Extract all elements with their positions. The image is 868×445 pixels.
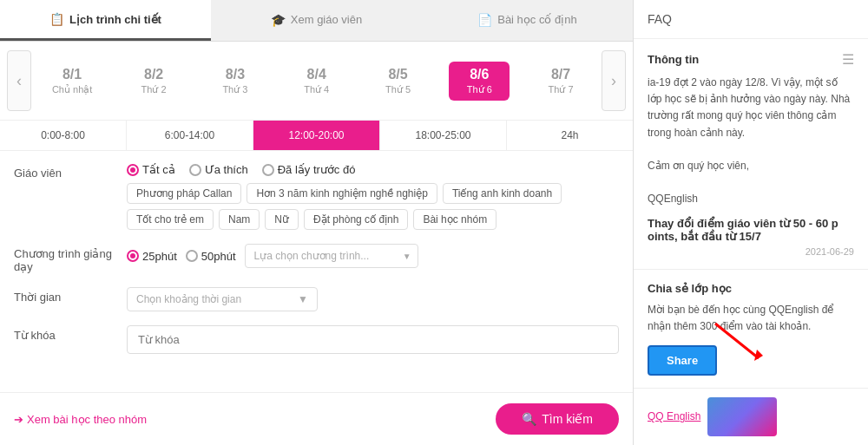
tab-schedule[interactable]: 📋 Lịch trình chi tiết (0, 0, 211, 41)
program-select-wrapper: Lựa chọn chương trình... ▼ (245, 244, 418, 268)
date-item-3[interactable]: 8/4 Thứ 4 (286, 62, 347, 101)
search-button[interactable]: 🔍 Tìm kiếm (496, 403, 619, 435)
share-section: Chia sẻ lớp học Mời bạn bè đến học cùng … (634, 270, 868, 388)
notice-title: Thay đổi điểm giáo viên từ 50 - 60 p oin… (648, 217, 854, 243)
tag-1[interactable]: Hơn 3 năm kinh nghiệm nghề nghiệp (247, 183, 437, 204)
left-panel: 📋 Lịch trình chi tiết 🎓 Xem giáo viên 📄 … (0, 0, 634, 445)
view-group-link[interactable]: ➔ Xem bài học theo nhóm (14, 413, 147, 426)
qqenglish-section: QQ English (634, 388, 868, 445)
radio-50[interactable]: 50phút (186, 250, 236, 263)
date-item-1[interactable]: 8/2 Thứ 2 (123, 62, 184, 101)
tab-teacher[interactable]: 🎓 Xem giáo viên (211, 0, 422, 41)
keyword-filter-content (127, 325, 619, 354)
teacher-filter-content: Tất cả Ưa thích Đã lấy trước đó Phương p… (127, 163, 619, 230)
red-arrow-icon (707, 319, 776, 363)
radio-dot-all (127, 164, 139, 176)
time-filter-content: Chọn khoảng thời gian ▼ (127, 287, 619, 311)
teacher-tags: Phương pháp Callan Hơn 3 năm kinh nghiệm… (127, 183, 619, 230)
tag-3[interactable]: Tốt cho trẻ em (127, 209, 214, 230)
prev-arrow[interactable]: ‹ (7, 50, 31, 111)
radio-previous[interactable]: Đã lấy trước đó (262, 163, 356, 176)
schedule-icon: 📋 (49, 12, 64, 26)
bottom-bar: ➔ Xem bài học theo nhóm 🔍 Tìm kiếm (0, 392, 633, 445)
date-navigation: ‹ 8/1 Chủ nhật 8/2 Thứ 2 8/3 Thứ 3 8/4 T… (0, 42, 633, 121)
date-item-0[interactable]: 8/1 Chủ nhật (42, 62, 102, 101)
menu-icon[interactable]: ☰ (842, 51, 854, 68)
time-slots: 0:00-8:00 6:00-14:00 12:00-20:00 18:00-2… (0, 121, 633, 151)
teacher-filter-row: Giáo viên Tất cả Ưa thích Đã (14, 163, 619, 230)
date-item-5[interactable]: 8/6 Thứ 6 (449, 62, 510, 101)
radio-dot-50 (186, 250, 198, 262)
tab-fixed[interactable]: 📄 Bài học cố định (422, 0, 633, 41)
time-slot-1[interactable]: 6:00-14:00 (127, 121, 253, 150)
radio-dot-25 (127, 250, 139, 262)
program-row: 25phút 50phút Lựa chọn chương trình... ▼ (127, 244, 619, 268)
keyword-input[interactable] (127, 325, 619, 354)
search-icon: 🔍 (522, 412, 536, 426)
program-select[interactable]: Lựa chọn chương trình... (245, 244, 418, 268)
teacher-icon: 🎓 (271, 13, 286, 27)
arrow-icon: ➔ (14, 413, 23, 426)
time-slot-3[interactable]: 18:00-25:00 (380, 121, 507, 150)
date-item-2[interactable]: 8/3 Thứ 3 (205, 62, 266, 101)
radio-all[interactable]: Tất cả (127, 163, 175, 176)
radio-dot-previous (262, 164, 274, 176)
right-panel: FAQ Thông tin ☰ ia-19 đợt 2 vào ngày 12/… (634, 0, 868, 445)
share-title: Chia sẻ lớp học (648, 282, 854, 295)
date-item-4[interactable]: 8/5 Thứ 5 (368, 62, 429, 101)
date-item-6[interactable]: 8/7 Thứ 7 (530, 62, 591, 101)
tag-6[interactable]: Đặt phòng cố định (304, 209, 408, 230)
tag-7[interactable]: Bài học nhóm (413, 209, 496, 230)
fixed-icon: 📄 (477, 13, 492, 27)
time-dropdown[interactable]: Chọn khoảng thời gian ▼ (127, 287, 318, 311)
info-title: Thông tin (648, 53, 699, 66)
time-slot-2[interactable]: 12:00-20:00 (253, 121, 380, 150)
tag-2[interactable]: Tiếng anh kinh doanh (443, 183, 562, 204)
filters: Giáo viên Tất cả Ưa thích Đã (0, 151, 633, 392)
svg-marker-1 (754, 350, 763, 361)
next-arrow[interactable]: › (602, 50, 626, 111)
tag-0[interactable]: Phương pháp Callan (127, 183, 241, 204)
tag-4[interactable]: Nam (219, 209, 260, 230)
time-filter-row: Thời gian Chọn khoảng thời gian ▼ (14, 287, 619, 311)
faq-title: FAQ (634, 0, 868, 39)
teacher-label: Giáo viên (14, 163, 127, 180)
time-slot-0[interactable]: 0:00-8:00 (0, 121, 127, 150)
svg-line-0 (715, 324, 759, 358)
radio-favorite[interactable]: Ưa thích (189, 163, 248, 176)
tabs: 📋 Lịch trình chi tiết 🎓 Xem giáo viên 📄 … (0, 0, 633, 42)
radio-25[interactable]: 25phút (127, 250, 177, 263)
keyword-filter-row: Từ khóa (14, 325, 619, 354)
dates-container: 8/1 Chủ nhật 8/2 Thứ 2 8/3 Thứ 3 8/4 Thứ… (31, 62, 602, 101)
time-label: Thời gian (14, 287, 127, 304)
time-slot-4[interactable]: 24h (507, 121, 633, 150)
notice-date: 2021-06-29 (648, 246, 854, 257)
program-filter-content: 25phút 50phút Lựa chọn chương trình... ▼ (127, 244, 619, 268)
time-dropdown-arrow-icon: ▼ (298, 293, 308, 305)
info-text: ia-19 đợt 2 vào ngày 12/8. Vì vậy, một s… (648, 75, 854, 208)
radio-dot-favorite (189, 164, 201, 176)
keyword-label: Từ khóa (14, 325, 127, 342)
info-section-header: Thông tin ☰ (648, 51, 854, 68)
tag-5[interactable]: Nữ (265, 209, 299, 230)
info-section: Thông tin ☰ ia-19 đợt 2 vào ngày 12/8. V… (634, 39, 868, 270)
qq-image (707, 397, 777, 436)
qq-logo[interactable]: QQ English (648, 410, 700, 422)
share-btn-wrapper: Share (648, 345, 854, 376)
program-label: Chương trình giảng dạy (14, 244, 127, 273)
program-filter-row: Chương trình giảng dạy 25phút 50phút (14, 244, 619, 273)
teacher-radio-group: Tất cả Ưa thích Đã lấy trước đó (127, 163, 619, 176)
